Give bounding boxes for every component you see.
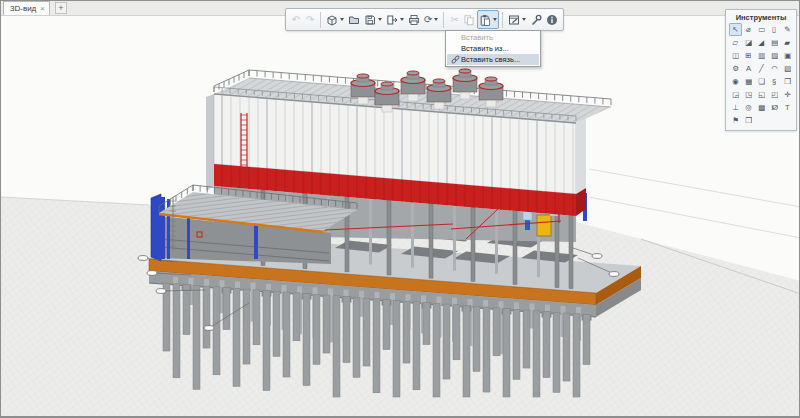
tool-door-button[interactable]: ◫ (729, 49, 742, 62)
tool-equipment-button[interactable]: ⚙ (729, 62, 742, 75)
tool-stair-button[interactable]: ▤ (768, 36, 781, 49)
group-icon: ❏ (758, 77, 764, 86)
dropdown-caret-icon[interactable] (400, 18, 404, 21)
open-folder-icon (348, 14, 360, 26)
table-icon: ▦ (745, 77, 751, 86)
dropdown-caret-icon[interactable] (340, 18, 344, 21)
tool-axis-button[interactable]: ✛ (781, 88, 794, 101)
fitting-icon: ◲ (732, 90, 738, 99)
copy-button[interactable] (461, 10, 477, 29)
tool-roof-button[interactable]: ◪ (742, 36, 755, 49)
leader-icon: A (746, 64, 750, 73)
tool-valve-button[interactable]: ◳ (742, 88, 755, 101)
tool-text-button[interactable]: T (781, 101, 794, 114)
menu-item-label: Вставить (461, 33, 493, 42)
tool-group-button[interactable]: ❏ (755, 75, 768, 88)
tool-select-button[interactable]: ↖ (729, 23, 742, 36)
copy-icon (463, 14, 475, 26)
route-icon: ⚑ (732, 116, 738, 125)
new-project-button[interactable] (324, 10, 346, 29)
insulation-icon: ▨ (771, 51, 777, 60)
wrench-icon (530, 14, 542, 26)
tool-assembly-button[interactable]: ❒ (742, 114, 755, 127)
hatch-icon: ▧ (784, 64, 790, 73)
undo-icon: ↶ (292, 14, 300, 25)
tool-arc-button[interactable]: ◠ (768, 62, 781, 75)
tool-leader-button[interactable]: A (742, 62, 755, 75)
tool-ramp-button[interactable]: ◢ (755, 36, 768, 49)
tool-railing-button[interactable]: ▥ (755, 49, 768, 62)
paste-button[interactable] (477, 10, 499, 29)
scissors-icon: ✂ (450, 14, 458, 25)
menu-item-paste-from[interactable]: Вставить из... (447, 43, 539, 54)
about-button[interactable] (544, 10, 560, 29)
tool-stamp-button[interactable]: ◉ (729, 75, 742, 88)
tool-copy-object-button[interactable]: ◱ (755, 88, 768, 101)
plate-icon: ▰ (785, 38, 790, 47)
redo-button[interactable]: ↷ (303, 10, 317, 29)
tool-floor-button[interactable]: ▱ (729, 36, 742, 49)
tool-grid-axis-button[interactable]: IØ (768, 101, 781, 114)
stair-icon: ▤ (771, 38, 777, 47)
tool-shaft-button[interactable]: ▩ (755, 101, 768, 114)
image-icon: ▣ (784, 51, 790, 60)
tool-line-button[interactable]: ╱ (755, 62, 768, 75)
manage-styles-button[interactable] (506, 10, 528, 29)
tool-image-button[interactable]: ▣ (781, 49, 794, 62)
ramp-icon: ◢ (759, 38, 764, 47)
tab-3d-view[interactable]: 3D-вид × (3, 1, 50, 15)
tool-section-button[interactable]: ◰ (768, 88, 781, 101)
dropdown-caret-icon[interactable] (522, 18, 526, 21)
toolbar-separator (443, 12, 444, 28)
project-cube-icon (326, 14, 338, 26)
tool-beam-button[interactable]: ✎ (781, 23, 794, 36)
tool-plate-button[interactable]: ▰ (781, 36, 794, 49)
export-button[interactable] (384, 10, 406, 29)
paste-clipboard-icon (479, 14, 491, 26)
viewport-scene (1, 1, 800, 418)
window-icon: ⊞ (745, 51, 750, 60)
tool-insulation-button[interactable]: ▨ (768, 49, 781, 62)
arc-icon: ◠ (771, 64, 777, 73)
save-button[interactable] (362, 10, 384, 29)
tool-window-button[interactable]: ⊞ (742, 49, 755, 62)
link-icon (450, 55, 461, 64)
add-view-button[interactable]: + (55, 2, 67, 14)
menu-item-paste-link[interactable]: Вставить связь... (447, 54, 539, 65)
tool-wall-button[interactable]: ▭ (755, 23, 768, 36)
cut-button[interactable]: ✂ (447, 10, 461, 29)
toolbar-separator (502, 12, 503, 28)
export-icon (386, 14, 398, 26)
application-window: 3D-вид × + ↶ ↷ ⟳ ✂ (0, 0, 800, 418)
roof-icon: ◪ (745, 38, 751, 47)
assembly-icon: ❒ (745, 116, 751, 125)
tool-route-button[interactable]: ⚑ (729, 114, 742, 127)
tool-pipe-button[interactable]: § (768, 75, 781, 88)
tool-column-button[interactable]: ▯ (768, 23, 781, 36)
undo-button[interactable]: ↶ (289, 10, 303, 29)
wall-icon: ▭ (758, 25, 764, 34)
tool-level-button[interactable]: ⊥ (729, 101, 742, 114)
dropdown-caret-icon[interactable] (434, 18, 438, 21)
dropdown-caret-icon[interactable] (378, 18, 382, 21)
canvas-3d-viewport[interactable] (1, 1, 800, 418)
tab-close-icon[interactable]: × (40, 5, 45, 13)
text-icon: T (785, 103, 789, 112)
open-button[interactable] (346, 10, 362, 29)
tool-duct-button[interactable]: ❐ (781, 75, 794, 88)
tool-table-button[interactable]: ▦ (742, 75, 755, 88)
tool-fitting-button[interactable]: ◲ (729, 88, 742, 101)
dropdown-caret-icon[interactable] (493, 18, 497, 21)
tool-hatch-button[interactable]: ▧ (781, 62, 794, 75)
tool-elevation-button[interactable]: ◎ (742, 101, 755, 114)
tool-measure-button[interactable]: ⌀ (742, 23, 755, 36)
styles-window-icon (508, 14, 520, 26)
axis-icon: ✛ (784, 90, 789, 99)
door-icon: ◫ (732, 51, 738, 60)
collaboration-button[interactable]: ⟳ (422, 10, 440, 29)
print-button[interactable] (406, 10, 422, 29)
settings-button[interactable] (528, 10, 544, 29)
sync-icon: ⟳ (424, 14, 432, 25)
quick-access-toolbar: ↶ ↷ ⟳ ✂ (285, 8, 564, 31)
save-floppy-icon (364, 14, 376, 26)
